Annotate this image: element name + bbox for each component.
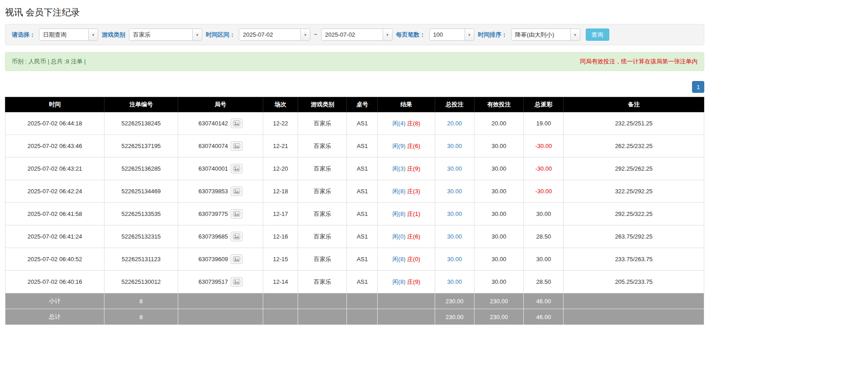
col-header-remark: 备注 — [564, 97, 704, 112]
bet-records-table: 时间 注单编号 局号 场次 游戏类别 桌号 结果 总投注 有效投注 总派彩 备注… — [5, 97, 704, 325]
cell-valid-bet: 30.00 — [474, 271, 524, 293]
cell-round-id: 630739609 — [178, 248, 263, 271]
cell-result: 闲(3) 庄(9) — [378, 158, 435, 180]
cell-total-bet: 30.00 — [435, 180, 474, 203]
total-bet-link[interactable]: 30.00 — [447, 256, 462, 263]
total-bet-link[interactable]: 30.00 — [447, 278, 462, 285]
player-result-text: 闲(9) — [393, 143, 406, 149]
cell-total-bet: 30.00 — [435, 203, 474, 225]
video-replay-icon[interactable] — [231, 141, 242, 151]
cell-bet-id: 522625136285 — [104, 158, 178, 180]
total-label: 总计 — [5, 309, 104, 325]
cell-game-type: 百家乐 — [298, 225, 347, 248]
filter-bar: 请选择： 日期查询 ▾ 游戏类别 百家乐 ▾ 时间区间： 2025-07-02 … — [5, 24, 704, 45]
page-size-combobox[interactable]: 100 ▾ — [429, 29, 474, 41]
cell-round-id: 630740142 — [178, 112, 263, 135]
video-replay-icon[interactable] — [231, 164, 242, 173]
subtotal-row: 小计 8 230.00 230.00 46.00 — [5, 293, 704, 309]
cell-table-no: AS1 — [347, 112, 378, 135]
player-result-text: 闲(0) — [393, 233, 406, 240]
total-bet-link[interactable]: 30.00 — [447, 165, 462, 172]
video-replay-icon[interactable] — [231, 186, 242, 196]
round-id-text: 630739517 — [199, 278, 228, 285]
col-header-result: 结果 — [378, 97, 435, 112]
player-result-text: 闲(3) — [393, 165, 406, 172]
cell-valid-bet: 30.00 — [474, 180, 524, 203]
currency-total-text: 币别 : 人民币 | 总共 :8 注单 | — [12, 57, 86, 66]
cell-bet-id: 522625133535 — [104, 203, 178, 225]
date-to-value: 2025-07-02 — [322, 29, 383, 40]
cell-bet-id: 522625134469 — [104, 180, 178, 203]
cell-game-type: 百家乐 — [298, 180, 347, 203]
round-id-text: 630739609 — [199, 256, 228, 263]
cell-round-id: 630739517 — [178, 271, 263, 293]
cell-time: 2025-07-02 06:44:18 — [5, 112, 104, 135]
chevron-down-icon[interactable]: ▾ — [465, 29, 474, 40]
cell-round-id: 630739853 — [178, 180, 263, 203]
chevron-down-icon[interactable]: ▾ — [192, 29, 202, 40]
total-row: 总计 8 230.00 230.00 46.00 — [5, 309, 704, 325]
cell-table-no: AS1 — [347, 158, 378, 180]
cell-game-type: 百家乐 — [298, 135, 347, 158]
cell-result: 闲(8) 庄(3) — [378, 180, 435, 203]
video-replay-icon[interactable] — [231, 119, 242, 128]
video-replay-icon[interactable] — [231, 277, 242, 287]
date-to-picker[interactable]: 2025-07-02 ▾ — [321, 29, 393, 41]
cell-result: 闲(9) 庄(6) — [378, 135, 435, 158]
banker-result-text: 庄(0) — [407, 256, 420, 263]
cell-game-type: 百家乐 — [298, 203, 347, 225]
bet-table-body: 2025-07-02 06:44:18 522625138245 6307401… — [5, 112, 704, 293]
total-bet-link[interactable]: 30.00 — [447, 143, 462, 149]
table-row: 2025-07-02 06:43:21 522625136285 6307400… — [5, 158, 704, 180]
cell-valid-bet: 30.00 — [474, 135, 524, 158]
search-button[interactable]: 查询 — [586, 29, 609, 41]
cell-valid-bet: 20.00 — [474, 112, 524, 135]
round-id-text: 630739775 — [199, 210, 228, 217]
cell-payout: -30.00 — [524, 180, 564, 203]
cell-game-type: 百家乐 — [298, 248, 347, 271]
cell-time: 2025-07-02 06:42:24 — [5, 180, 104, 203]
chevron-down-icon[interactable]: ▾ — [300, 29, 310, 40]
col-header-session: 场次 — [263, 97, 298, 112]
col-header-table-no: 桌号 — [347, 97, 378, 112]
total-bet-link[interactable]: 30.00 — [447, 210, 462, 217]
total-bet-link[interactable]: 30.00 — [447, 233, 462, 240]
cell-table-no: AS1 — [347, 225, 378, 248]
chevron-down-icon[interactable]: ▾ — [383, 29, 392, 40]
cell-table-no: AS1 — [347, 180, 378, 203]
cell-payout: 28.50 — [524, 271, 564, 293]
page-number-button[interactable]: 1 — [692, 81, 704, 93]
cell-payout: -30.00 — [524, 135, 564, 158]
col-header-round-id: 局号 — [178, 97, 263, 112]
video-replay-icon[interactable] — [231, 254, 242, 264]
video-replay-icon[interactable] — [231, 232, 242, 241]
cell-result: 闲(0) 庄(6) — [378, 225, 435, 248]
cell-total-bet: 30.00 — [435, 225, 474, 248]
cell-total-bet: 30.00 — [435, 248, 474, 271]
cell-payout: 19.00 — [524, 112, 564, 135]
date-from-picker[interactable]: 2025-07-02 ▾ — [239, 29, 310, 41]
game-type-combobox[interactable]: 百家乐 ▾ — [129, 29, 202, 41]
select-mode-value: 日期查询 — [39, 29, 88, 40]
sort-order-combobox[interactable]: 降幂(由大到小) ▾ — [511, 29, 580, 41]
table-header-row: 时间 注单编号 局号 场次 游戏类别 桌号 结果 总投注 有效投注 总派彩 备注 — [5, 97, 704, 112]
select-mode-combobox[interactable]: 日期查询 ▾ — [39, 29, 98, 41]
col-header-valid-bet: 有效投注 — [474, 97, 524, 112]
cell-session: 12-15 — [263, 248, 298, 271]
cell-bet-id: 522625132315 — [104, 225, 178, 248]
cell-total-bet: 30.00 — [435, 135, 474, 158]
pagination: 1 — [5, 81, 704, 93]
col-header-bet-id: 注单编号 — [104, 97, 178, 112]
sort-order-value: 降幂(由大到小) — [512, 29, 570, 40]
col-header-game-type: 游戏类别 — [298, 97, 347, 112]
video-replay-icon[interactable] — [231, 209, 242, 219]
player-result-text: 闲(8) — [393, 256, 406, 263]
total-bet-link[interactable]: 30.00 — [447, 188, 462, 195]
cell-payout: 30.00 — [524, 203, 564, 225]
chevron-down-icon[interactable]: ▾ — [570, 29, 580, 40]
total-bet-link[interactable]: 20.00 — [447, 120, 462, 127]
chevron-down-icon[interactable]: ▾ — [88, 29, 98, 40]
cell-round-id: 630739775 — [178, 203, 263, 225]
select-mode-label: 请选择： — [12, 31, 35, 39]
banker-result-text: 庄(6) — [407, 233, 420, 240]
